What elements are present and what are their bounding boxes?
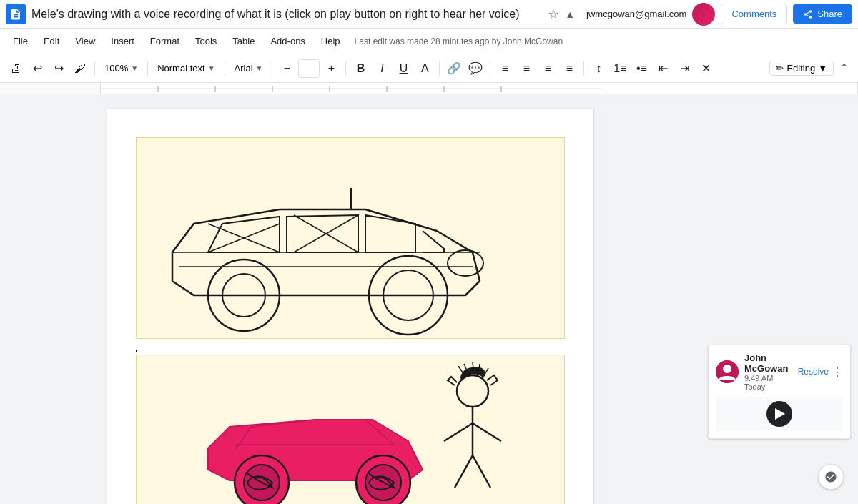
decrease-indent-button[interactable]: ⇤ [653, 59, 673, 79]
editing-mode-arrow: ▼ [818, 63, 827, 74]
font-size-increase[interactable]: + [321, 59, 341, 79]
separator-5 [345, 61, 346, 76]
play-button[interactable] [766, 401, 792, 427]
cursor-line [136, 350, 137, 352]
separator-6 [439, 61, 440, 76]
menu-help[interactable]: Help [314, 33, 347, 49]
resolve-button[interactable]: Resolve [798, 367, 829, 377]
page-area[interactable] [0, 94, 701, 504]
last-edit-info: Last edit was made 28 minutes ago by Joh… [355, 36, 852, 46]
editing-mode-label: Editing [786, 63, 815, 74]
menu-addons[interactable]: Add-ons [263, 33, 312, 49]
svg-rect-8 [137, 138, 516, 338]
user-email: jwmcgowan@gmail.com [586, 9, 686, 19]
editing-mode-dropdown[interactable]: ✏ Editing ▼ [769, 61, 834, 76]
document [107, 109, 593, 504]
main-content: John McGowan 9:49 AM Today Resolve ⋮ [0, 94, 858, 504]
star-icon[interactable]: ☆ [548, 6, 559, 22]
style-dropdown[interactable]: Normal text ▼ [152, 59, 220, 79]
toolbar: 🖨 ↩ ↪ 🖌 100% ▼ Normal text ▼ Arial ▼ − 1… [0, 54, 858, 83]
comment-audio [716, 397, 843, 431]
comment-user-info: John McGowan 9:49 AM Today [744, 352, 792, 391]
menu-table[interactable]: Table [225, 33, 262, 49]
underline-button[interactable]: U [393, 59, 413, 79]
align-justify-button[interactable]: ≡ [559, 59, 579, 79]
separator-4 [272, 61, 272, 76]
comment-button[interactable]: 💬 [465, 59, 485, 79]
align-left-button[interactable]: ≡ [495, 59, 515, 79]
style-arrow: ▼ [208, 64, 215, 72]
separator-2 [147, 61, 148, 76]
paint-format-button[interactable]: 🖌 [70, 59, 90, 79]
title-actions: ☆ ▲ jwmcgowan@gmail.com Comments Share [548, 3, 852, 26]
comment-user-name: John McGowan [744, 352, 792, 374]
comment-avatar [716, 360, 739, 383]
increase-indent-button[interactable]: ⇥ [674, 59, 694, 79]
align-right-button[interactable]: ≡ [538, 59, 558, 79]
svg-point-32 [723, 365, 731, 373]
floating-action-button[interactable] [818, 464, 844, 490]
drawing-1[interactable] [136, 137, 565, 339]
user-avatar[interactable] [692, 3, 715, 26]
comment-card: John McGowan 9:49 AM Today Resolve ⋮ [708, 345, 851, 439]
zoom-arrow: ▼ [131, 64, 138, 72]
redo-button[interactable]: ↪ [49, 59, 69, 79]
numbered-list-button[interactable]: 1≡ [610, 59, 630, 79]
font-dropdown[interactable]: Arial ▼ [230, 59, 268, 79]
app-icon [6, 4, 26, 24]
menu-format[interactable]: Format [143, 33, 187, 49]
drawing-top [137, 138, 516, 338]
comment-time: 9:49 AM Today [744, 374, 792, 391]
font-color-button[interactable]: A [415, 59, 435, 79]
comments-button[interactable]: Comments [721, 4, 787, 24]
comment-actions: Resolve ⋮ [798, 365, 843, 379]
share-button[interactable]: Share [793, 4, 852, 24]
italic-button[interactable]: I [372, 59, 392, 79]
more-options-button[interactable]: ⋮ [832, 365, 843, 379]
comment-header: John McGowan 9:49 AM Today Resolve ⋮ [716, 352, 843, 391]
toolbar-collapse-button[interactable]: ⌃ [835, 60, 852, 77]
ruler-inner [100, 83, 858, 94]
comment-panel: John McGowan 9:49 AM Today Resolve ⋮ [701, 94, 858, 504]
menu-view[interactable]: View [68, 33, 102, 49]
bold-button[interactable]: B [350, 59, 370, 79]
separator-7 [490, 61, 490, 76]
separator-1 [94, 61, 95, 76]
menu-insert[interactable]: Insert [104, 33, 142, 49]
print-button[interactable]: 🖨 [6, 59, 26, 79]
separator-8 [583, 61, 584, 76]
menu-tools[interactable]: Tools [188, 33, 224, 49]
drive-icon[interactable]: ▲ [565, 9, 575, 20]
ruler [0, 83, 858, 94]
font-size-decrease[interactable]: − [277, 59, 297, 79]
play-icon [775, 408, 785, 420]
menu-file[interactable]: File [6, 33, 35, 49]
ruler-marks [101, 83, 601, 94]
undo-button[interactable]: ↩ [27, 59, 47, 79]
menu-bar: File Edit View Insert Format Tools Table… [0, 29, 858, 54]
zoom-dropdown[interactable]: 100% ▼ [99, 59, 143, 79]
font-arrow: ▼ [256, 64, 263, 72]
align-center-button[interactable]: ≡ [516, 59, 536, 79]
link-button[interactable]: 🔗 [444, 59, 464, 79]
menu-edit[interactable]: Edit [36, 33, 66, 49]
clear-format-button[interactable]: ✕ [696, 59, 716, 79]
title-bar: Mele's drawing with a voice recording of… [0, 0, 858, 29]
line-spacing-button[interactable]: ↕ [588, 59, 608, 79]
font-size-input[interactable]: 11 [298, 59, 320, 78]
document-title: Mele's drawing with a voice recording of… [31, 8, 548, 21]
drawing-bottom [137, 355, 516, 504]
separator-3 [225, 61, 225, 76]
bulleted-list-button[interactable]: •≡ [631, 59, 651, 79]
drawing-2[interactable] [136, 355, 565, 504]
